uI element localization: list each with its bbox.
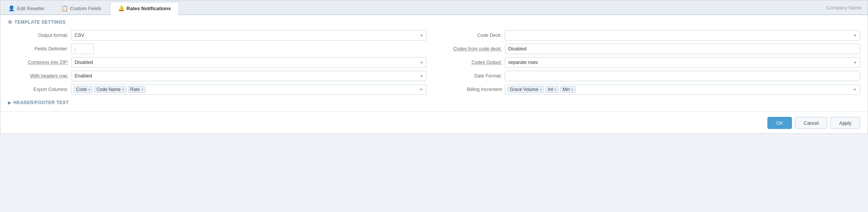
code-deck-label: Code Deck: [442,33,502,38]
tab-edit-reseller-label: Edit Reseller [17,6,45,11]
with-headers-select[interactable]: Enabled Disabled [71,71,426,81]
rates-notifications-icon: 🔔 [118,5,124,11]
tag-code-name-remove[interactable]: × [122,88,124,92]
code-deck-control: ▼ [505,30,860,41]
billing-increment-label: Billing Increment [442,87,502,92]
template-settings-form: Output format: CSV XLS XLSX ▼ Code Deck: [8,30,860,95]
tag-grace-volume: Grace Volume × [507,86,544,93]
tag-code: Code × [74,86,93,93]
tag-min-remove[interactable]: × [571,88,573,92]
export-columns-arrow-icon: ▼ [419,88,423,92]
tag-code-remove[interactable]: × [88,88,90,92]
codes-output-row: Codes Output: separate rows single row ▼ [442,57,860,68]
fields-delimiter-control [71,44,426,54]
tag-rate-remove[interactable]: × [141,88,143,92]
tag-int-text: Int [548,87,553,92]
template-settings-label: TEMPLATE SETTINGS [15,20,66,25]
main-window: 👤 Edit Reseller 📋 Custom Fields 🔔 Rates … [0,0,868,134]
date-format-label: Date Format: [442,73,502,79]
tag-int-remove[interactable]: × [554,88,556,92]
codes-from-input[interactable] [505,44,860,54]
fields-delimiter-row: Fields Delimiter: [8,44,426,54]
export-columns-label: Export Columns: [8,87,68,92]
collapsible-expand-icon: ▶ [8,100,11,105]
codes-output-select[interactable]: separate rows single row [505,57,860,68]
codes-output-label: Codes Output: [442,60,502,65]
output-format-select-wrapper: CSV XLS XLSX ▼ [71,30,426,41]
compress-zip-select[interactable]: Disabled Enabled [71,57,426,68]
tag-rate-text: Rate [130,87,140,92]
tab-rates-notifications[interactable]: 🔔 Rates Notifications [110,2,179,15]
output-format-control: CSV XLS XLSX ▼ [71,30,426,41]
header-footer-label: HEADER/FOOTER TEXT [14,100,69,105]
tag-code-name-text: Code Name [96,87,121,92]
output-format-row: Output format: CSV XLS XLSX ▼ [8,30,426,41]
billing-increment-tag-input[interactable]: Grace Volume × Int × Min × ▼ [505,84,860,95]
billing-increment-arrow-icon: ▼ [853,88,857,92]
code-deck-row: Code Deck: ▼ [442,30,860,41]
tag-grace-volume-remove[interactable]: × [539,88,542,92]
template-settings-header: ⚙ TEMPLATE SETTINGS [8,20,860,25]
codes-from-label: Codes from code deck: [442,46,502,51]
export-columns-row: Export Columns: Code × Code Name × Rate [8,84,426,95]
compress-zip-control: Disabled Enabled ▼ [71,57,426,68]
main-content: ⚙ TEMPLATE SETTINGS Output format: CSV X… [0,15,868,111]
compress-zip-row: Compress into ZIP: Disabled Enabled ▼ [8,57,426,68]
footer-actions: OK Cancel Apply [0,111,868,133]
codes-from-row: Codes from code deck: [442,44,860,54]
compress-zip-label: Compress into ZIP: [8,60,68,65]
output-format-label: Output format: [8,33,68,38]
tag-grace-volume-text: Grace Volume [510,87,538,92]
tab-custom-fields-label: Custom Fields [70,6,101,11]
codes-output-select-wrapper: separate rows single row ▼ [505,57,860,68]
codes-from-control [505,44,860,54]
company-name: Company Name [826,5,862,10]
tag-int: Int × [546,86,559,93]
date-format-input[interactable] [505,71,860,81]
tag-code-text: Code [76,87,87,92]
tag-code-name: Code Name × [94,86,126,93]
edit-reseller-icon: 👤 [8,5,15,11]
tag-min-text: Min [562,87,570,92]
tab-rates-notifications-label: Rates Notifications [127,6,171,11]
with-headers-label: With headers row: [8,73,68,79]
export-columns-control: Code × Code Name × Rate × ▼ [71,84,426,95]
tab-bar: 👤 Edit Reseller 📋 Custom Fields 🔔 Rates … [0,0,868,15]
with-headers-row: With headers row: Enabled Disabled ▼ [8,71,426,81]
ok-button[interactable]: OK [767,117,792,129]
codes-output-control: separate rows single row ▼ [505,57,860,68]
billing-increment-row: Billing Increment Grace Volume × Int × M… [442,84,860,95]
fields-delimiter-input[interactable] [71,44,94,54]
header-footer-section[interactable]: ▶ HEADER/FOOTER TEXT [8,100,860,105]
compress-zip-select-wrapper: Disabled Enabled ▼ [71,57,426,68]
fields-delimiter-label: Fields Delimiter: [8,46,68,51]
export-columns-tag-input[interactable]: Code × Code Name × Rate × ▼ [71,84,426,95]
date-format-control [505,71,860,81]
custom-fields-icon: 📋 [61,5,68,11]
with-headers-control: Enabled Disabled ▼ [71,71,426,81]
output-format-select[interactable]: CSV XLS XLSX [71,30,426,41]
date-format-row: Date Format: [442,71,860,81]
tab-custom-fields[interactable]: 📋 Custom Fields [53,2,109,14]
tag-rate: Rate × [128,86,146,93]
code-deck-select[interactable] [505,30,860,41]
cancel-button[interactable]: Cancel [795,117,827,129]
billing-increment-control: Grace Volume × Int × Min × ▼ [505,84,860,95]
section-settings-icon: ⚙ [8,20,12,25]
apply-button[interactable]: Apply [830,117,860,129]
code-deck-select-wrapper: ▼ [505,30,860,41]
tag-min: Min × [560,86,576,93]
tab-edit-reseller[interactable]: 👤 Edit Reseller [0,2,53,14]
with-headers-select-wrapper: Enabled Disabled ▼ [71,71,426,81]
